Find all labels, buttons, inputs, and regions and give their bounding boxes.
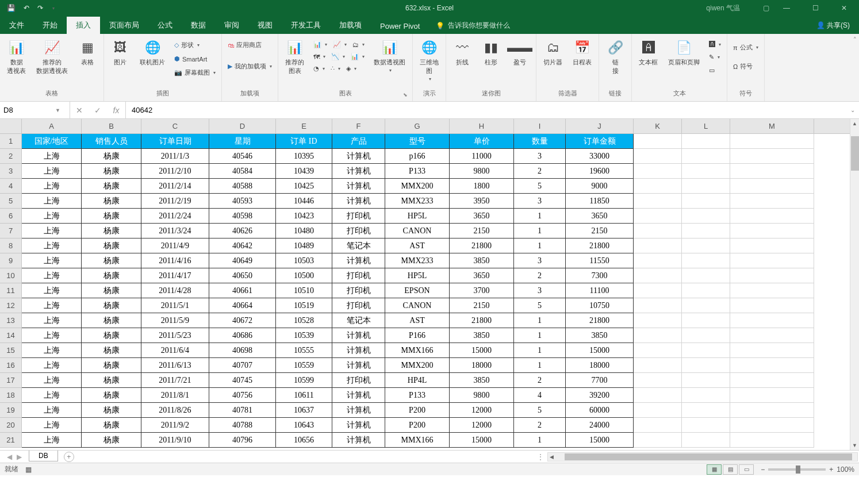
cell[interactable]: 型号 [385,134,450,149]
scatter-chart-icon[interactable]: ∴▾ [329,64,342,74]
cell[interactable]: 3 [514,283,566,298]
cell[interactable]: 2011/9/2 [141,418,209,433]
cell[interactable]: 上海 [22,358,82,373]
cell[interactable]: 笔记本 [332,313,385,328]
cell[interactable]: 11000 [450,149,514,164]
redo-icon[interactable]: ↷ [37,4,43,12]
cell[interactable]: 10539 [276,328,332,343]
cell[interactable]: 上海 [22,209,82,224]
cell[interactable]: 杨康 [82,149,141,164]
row-header-12[interactable]: 12 [0,298,21,313]
cell[interactable]: 2011/2/10 [141,164,209,179]
cell[interactable]: 杨康 [82,418,141,433]
add-sheet-button[interactable]: + [64,452,74,462]
vscroll-thumb[interactable] [851,136,859,171]
cell[interactable]: 上海 [22,373,82,388]
col-header-M[interactable]: M [730,119,814,133]
col-header-H[interactable]: H [450,119,514,133]
cell[interactable]: 2011/9/10 [141,433,209,448]
cell[interactable]: 计算机 [332,164,385,179]
cell[interactable]: 星期 [209,134,276,149]
cell[interactable]: 杨康 [82,238,141,253]
col-header-K[interactable]: K [634,119,682,133]
cell[interactable]: 40588 [209,179,276,194]
row-header-5[interactable]: 5 [0,194,21,209]
cell[interactable]: 21800 [566,313,634,328]
symbol-button[interactable]: Ω符号 [732,61,760,72]
cell[interactable]: 打印机 [332,373,385,388]
charts-dialog-launcher[interactable]: ⬊ [403,92,408,98]
view-pagelayout-button[interactable]: ▤ [723,464,738,475]
cell[interactable]: 杨康 [82,373,141,388]
fx-icon[interactable]: fx [107,106,125,115]
cell[interactable]: 杨康 [82,358,141,373]
cell[interactable] [682,373,730,388]
cell[interactable]: 10439 [276,164,332,179]
maximize-button[interactable]: ☐ [804,4,827,12]
macro-record-icon[interactable]: ▦ [25,465,32,474]
row-header-15[interactable]: 15 [0,343,21,358]
cell[interactable]: 40672 [209,313,276,328]
row-header-1[interactable]: 1 [0,134,21,149]
horizontal-scrollbar[interactable]: ◀ [547,452,858,461]
cell[interactable]: 3 [514,253,566,268]
row-header-8[interactable]: 8 [0,238,21,253]
cell[interactable]: P200 [385,403,450,418]
cell[interactable]: 40546 [209,149,276,164]
cell[interactable]: 计算机 [332,433,385,448]
cell[interactable]: 1 [514,328,566,343]
cell[interactable]: 1 [514,433,566,448]
col-header-G[interactable]: G [385,119,450,133]
cell[interactable]: 40788 [209,418,276,433]
cell[interactable]: 40593 [209,194,276,209]
row-header-21[interactable]: 21 [0,433,21,448]
cell[interactable]: CANON [385,298,450,313]
cell[interactable] [682,149,730,164]
timeline-button[interactable]: 📅日程表 [570,37,594,68]
cell[interactable] [634,403,682,418]
cell[interactable]: MMX200 [385,179,450,194]
cell[interactable] [634,283,682,298]
picture-button[interactable]: 🖼图片 [109,37,132,68]
cell[interactable] [730,268,814,283]
cell[interactable]: 计算机 [332,418,385,433]
cell[interactable]: 10446 [276,194,332,209]
cell[interactable]: 10599 [276,373,332,388]
cells-area[interactable]: 国家/地区销售人员订单日期星期订单 ID产品型号单价数量订单金额上海杨康2011… [22,134,859,448]
view-normal-button[interactable]: ▦ [707,464,722,475]
cell[interactable]: 21800 [566,238,634,253]
cell[interactable]: 上海 [22,224,82,238]
cell[interactable]: MMX233 [385,194,450,209]
cell[interactable] [682,134,730,149]
cell[interactable] [682,209,730,224]
cell[interactable] [730,403,814,418]
cell[interactable]: 杨康 [82,224,141,238]
cell[interactable]: 杨康 [82,268,141,283]
cell[interactable]: HP5L [385,209,450,224]
cell[interactable]: 2011/8/26 [141,403,209,418]
store-button[interactable]: 🛍应用商店 [227,40,273,51]
cell[interactable]: 2011/5/9 [141,313,209,328]
pivot-chart-button[interactable]: 📊数据透视图▾ [371,37,408,74]
cell[interactable]: 订单日期 [141,134,209,149]
cell[interactable]: 3950 [450,194,514,209]
name-box-dropdown-icon[interactable]: ▼ [55,107,60,113]
cell[interactable]: 1800 [450,179,514,194]
cell[interactable]: 1 [514,209,566,224]
cell[interactable]: 杨康 [82,328,141,343]
cell[interactable]: 11100 [566,283,634,298]
cell[interactable]: 上海 [22,238,82,253]
sparkline-line-button[interactable]: 〰折线 [451,37,474,68]
cell[interactable]: 3650 [450,268,514,283]
row-header-3[interactable]: 3 [0,164,21,179]
row-header-20[interactable]: 20 [0,418,21,433]
cell[interactable]: 1 [514,343,566,358]
cell[interactable]: 10611 [276,388,332,403]
col-header-L[interactable]: L [682,119,730,133]
cell[interactable]: 3 [514,149,566,164]
cell[interactable]: 9000 [566,179,634,194]
cell[interactable]: 10559 [276,358,332,373]
cell[interactable]: 杨康 [82,194,141,209]
zoom-out-button[interactable]: − [761,465,765,474]
cell[interactable]: 计算机 [332,328,385,343]
